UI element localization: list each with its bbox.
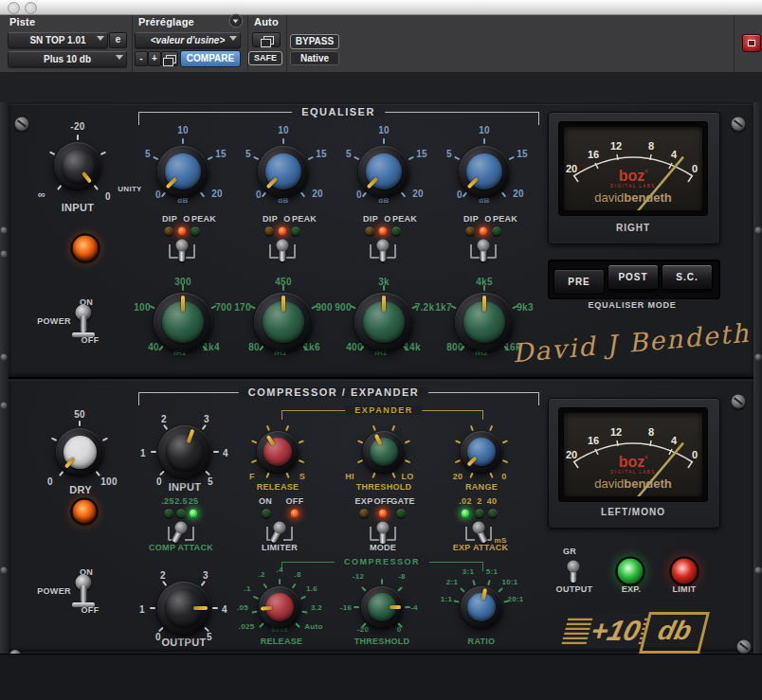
edit-button[interactable]: e (109, 32, 127, 48)
eq-mode-label: EQUALISER MODE (588, 300, 676, 310)
eq-band1-mode-switch[interactable] (171, 232, 193, 264)
target-button[interactable] (742, 34, 761, 52)
window-close-button[interactable] (8, 2, 20, 14)
eq-band4-gain-knob[interactable] (459, 146, 510, 197)
insert-selector[interactable]: Plus 10 db (8, 51, 127, 67)
comp-attack-label: COMP ATTACK (149, 543, 213, 552)
eq-band3-mode-switch[interactable] (372, 232, 394, 264)
eq-band1-freq-knob[interactable] (154, 293, 212, 351)
preset-decrement-button[interactable]: - (135, 51, 148, 66)
eq-band4-mode-switch[interactable] (472, 232, 495, 264)
output-knob[interactable] (157, 582, 210, 635)
comp-attack-scale-label: .25 (161, 496, 173, 506)
peak-label: PEAK (493, 214, 517, 224)
ratio-knob[interactable] (461, 586, 502, 628)
limit-active-led (670, 557, 699, 586)
vu-scale-label: 20 (566, 163, 577, 174)
eq-power-switch[interactable] (69, 303, 98, 343)
eq-meter-channel-label: RIGHT (616, 223, 650, 233)
preset-increment-button[interactable]: + (148, 51, 161, 66)
vu-scale-label: 12 (610, 140, 622, 152)
eq-band2-freq-knob[interactable] (254, 293, 313, 351)
vu-scale-label: 16 (588, 149, 599, 160)
exp-threshold-knob[interactable] (363, 431, 405, 473)
target-icon (748, 40, 755, 46)
panel-seam (9, 377, 753, 379)
comp-power-label: POWER (37, 586, 71, 596)
comp-vu-meter: 20 16 12 8 4 0 boz° DIGITAL LABS davidbe… (564, 413, 702, 496)
boz-sub-label: DIGITAL LABS (610, 470, 656, 475)
safe-button[interactable]: SAFE (248, 51, 282, 65)
rail-screw (755, 354, 762, 361)
exp-attack-scale-label: .02 (459, 496, 471, 506)
screw (737, 640, 752, 655)
window-titlebar[interactable] (0, 0, 762, 15)
limit-led-label: LIMIT (673, 584, 697, 594)
exp-threshold-label: THRESHOLD (356, 482, 412, 492)
davidbendeth-logo: davidbendeth (594, 476, 672, 491)
compare-button[interactable]: COMPARE (180, 50, 241, 67)
format-button[interactable]: Native (290, 51, 339, 65)
track-selector[interactable]: SN TOP 1.01 (8, 32, 108, 48)
settings-toolbar: Snare save reset A B ? (0, 72, 762, 103)
preset-menu-icon[interactable] (229, 14, 244, 28)
eq-mode-post-button[interactable]: POST (608, 264, 659, 290)
gr-output-label: OUTPUT (556, 584, 593, 594)
screw (15, 117, 29, 132)
rail-screw (1, 251, 8, 258)
vu-scale-label: 12 (610, 426, 622, 438)
bypass-button[interactable]: BYPASS (290, 34, 339, 49)
logo-db: db (655, 616, 695, 645)
window-minimize-button[interactable] (25, 2, 37, 14)
screw (732, 117, 746, 132)
header-divider (734, 15, 735, 72)
comp-release-knob[interactable] (259, 586, 300, 628)
vu-scale-label: 4 (671, 149, 678, 160)
comp-power-switch[interactable] (69, 573, 98, 613)
eq-band3-gain-knob[interactable] (358, 146, 409, 197)
mode-exp-led (360, 510, 369, 518)
auto-enable-button[interactable] (252, 32, 281, 47)
comp-input-knob[interactable] (158, 425, 211, 478)
vu-scale-label: 8 (648, 140, 654, 152)
rail-screw (1, 567, 8, 574)
eq-band4-freq-knob[interactable] (455, 293, 514, 351)
mode-switch[interactable] (372, 514, 394, 547)
vu-scale-label: 20 (566, 449, 577, 460)
rail-screw (1, 354, 8, 361)
comp-power-lamp (71, 498, 99, 526)
eq-band2-mode-switch[interactable] (271, 232, 294, 264)
auto-section-label: Auto (254, 16, 279, 27)
eq-band2-gain-knob[interactable] (258, 146, 309, 197)
exp-release-knob[interactable] (257, 431, 299, 473)
eq-mode-sc-button[interactable]: S.C. (662, 264, 713, 290)
eq-input-knob[interactable] (54, 142, 101, 189)
comp-meter-channel-label: LEFT/MONO (601, 507, 665, 517)
copy-settings-button[interactable] (161, 51, 178, 66)
rail-screw (755, 567, 762, 574)
o-label: O (484, 214, 491, 224)
exp-range-knob[interactable] (461, 431, 502, 473)
eq-band1-gain-knob[interactable] (157, 146, 209, 197)
limiter-switch[interactable] (268, 514, 291, 547)
limiter-label: LIMITER (262, 543, 298, 552)
eq-mode-pre-button[interactable]: PRE (553, 269, 605, 295)
meter-source-switch[interactable] (562, 553, 585, 585)
dip-label: DIP (463, 214, 479, 224)
preset-section-label: Préréglage (138, 16, 194, 27)
eq-title: EQUALISER (292, 106, 385, 117)
dry-knob[interactable] (56, 428, 103, 476)
preset-selector[interactable]: <valeur d'usine> (135, 32, 241, 48)
comp-attack-switch[interactable] (170, 514, 192, 547)
o-label: O (384, 214, 390, 224)
comp-threshold-knob[interactable] (361, 586, 403, 628)
expander-label: EXPANDER (345, 405, 422, 415)
limiter-on-label: ON (259, 496, 272, 506)
exp-attack-scale-label: 40 (487, 496, 498, 506)
logo-plus10: +10 (586, 614, 646, 648)
eq-band3-freq-knob[interactable] (354, 293, 413, 351)
exp-led-label: EXP. (622, 584, 642, 594)
exp-attack-switch[interactable] (467, 514, 490, 547)
plus10db-logo: +10 db (560, 612, 708, 650)
bottom-strip (0, 654, 762, 700)
